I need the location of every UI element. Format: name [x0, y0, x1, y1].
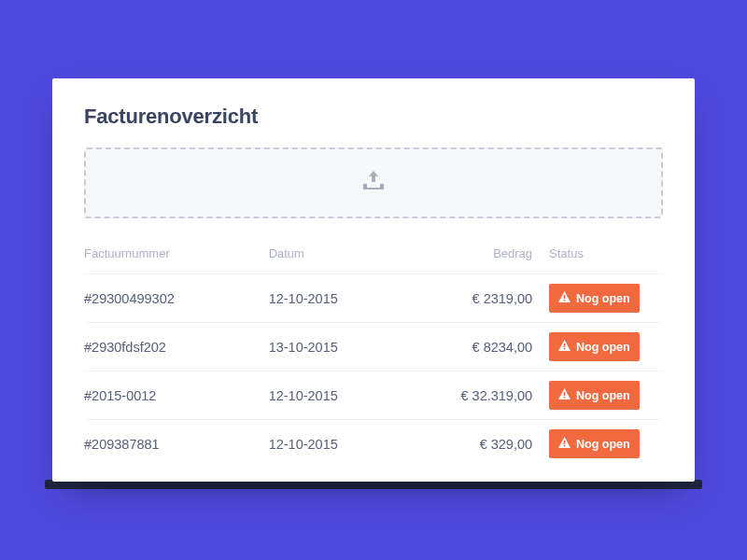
- cell-nummer: #2015-0012: [84, 388, 261, 403]
- warning-icon: [558, 388, 571, 402]
- cell-datum: 13-10-2015: [269, 340, 408, 355]
- table-row: #2930fdsf20213-10-2015€ 8234,00Nog open: [84, 322, 663, 371]
- cell-status: Nog open: [549, 284, 663, 313]
- cell-datum: 12-10-2015: [269, 437, 408, 452]
- warning-icon: [558, 340, 571, 354]
- cell-status: Nog open: [549, 332, 663, 361]
- status-button[interactable]: Nog open: [549, 381, 640, 410]
- upload-dropzone[interactable]: [84, 147, 663, 218]
- table-row: #2930049930212-10-2015€ 2319,00Nog open: [84, 273, 663, 322]
- col-header-bedrag: Bedrag: [416, 246, 542, 260]
- cell-bedrag: € 32.319,00: [416, 388, 542, 403]
- status-label: Nog open: [576, 438, 630, 451]
- status-label: Nog open: [576, 389, 630, 402]
- cell-bedrag: € 2319,00: [416, 291, 542, 306]
- warning-icon: [558, 291, 571, 305]
- cell-status: Nog open: [549, 429, 663, 458]
- cell-nummer: #29300499302: [84, 291, 261, 306]
- cell-bedrag: € 329,00: [416, 437, 542, 452]
- table-header: Factuurnummer Datum Bedrag Status: [84, 246, 663, 273]
- status-label: Nog open: [576, 292, 630, 305]
- table-row: #2015-001212-10-2015€ 32.319,00Nog open: [84, 371, 663, 419]
- warning-icon: [558, 437, 571, 451]
- col-header-nummer: Factuurnummer: [84, 246, 261, 260]
- status-button[interactable]: Nog open: [549, 284, 640, 313]
- cell-status: Nog open: [549, 381, 663, 410]
- status-button[interactable]: Nog open: [549, 429, 640, 458]
- col-header-status: Status: [549, 246, 663, 260]
- status-label: Nog open: [576, 341, 630, 354]
- invoice-card: Facturenoverzicht Factuurnummer Datum Be…: [52, 78, 695, 482]
- page-title: Facturenoverzicht: [84, 105, 663, 129]
- cell-nummer: #209387881: [84, 437, 261, 452]
- status-button[interactable]: Nog open: [549, 332, 640, 361]
- cell-nummer: #2930fdsf202: [84, 340, 261, 355]
- table-body: #2930049930212-10-2015€ 2319,00Nog open#…: [84, 273, 663, 468]
- col-header-datum: Datum: [269, 246, 408, 260]
- upload-icon: [361, 171, 386, 195]
- invoice-table: Factuurnummer Datum Bedrag Status #29300…: [84, 246, 663, 468]
- cell-datum: 12-10-2015: [269, 388, 408, 403]
- table-row: #20938788112-10-2015€ 329,00Nog open: [84, 419, 663, 468]
- cell-datum: 12-10-2015: [269, 291, 408, 306]
- cell-bedrag: € 8234,00: [416, 340, 542, 355]
